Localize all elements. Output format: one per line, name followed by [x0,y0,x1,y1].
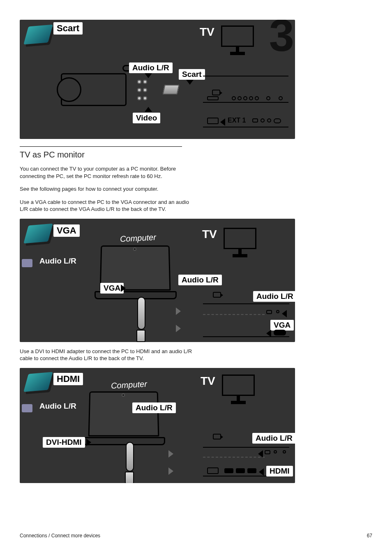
audio-plug-icon [22,259,32,267]
port [252,118,258,123]
port-circ [266,96,270,100]
label-dvi-hdmi: DVI-HDMI [43,437,85,448]
label-vga-cable: VGA [53,224,80,237]
diagram-pc-vga: VGA Audio L/R Computer TV Audio L/R VGA … [20,219,295,342]
label-audio-lr: Audio L/R [178,275,222,285]
tv-label: TV [201,375,215,388]
scart-port [207,118,219,124]
panel-line [203,102,288,103]
camera-icon [213,434,221,439]
arrow-right-icon [168,467,173,475]
port-circ [238,96,242,100]
port [274,118,281,123]
body-paragraph: See the following pages for how to conne… [20,185,192,193]
arrow-down-icon [145,73,152,78]
label-audio-lr-cable: Audio L/R [39,257,76,266]
page-chapter-number: 3 [269,20,293,61]
page-footer: Connections / Connect more devices 67 [20,533,372,539]
tv-icon [221,25,254,47]
section-heading: TV as PC monitor [20,150,372,160]
panel-line [203,447,289,448]
label-computer: Computer [111,379,147,391]
label-computer: Computer [120,232,156,244]
rca-ports [137,80,147,84]
panel-line [203,76,288,76]
arrow-right-icon [168,450,173,458]
arrow-right-icon [176,308,181,315]
arrow-right-icon [86,439,91,446]
port [266,310,272,314]
body-paragraph: You can connect the TV to your computer … [20,165,192,180]
label-scart: Scart [179,69,205,80]
page: 3 Scart TV Audio L/R Scart Video [0,0,392,555]
tv-icon [224,228,256,249]
tv-label: TV [202,228,217,241]
hdmi-cable-icon [23,372,53,392]
port-circ [249,96,253,100]
audio-jack-port [283,450,286,453]
port-circ [267,118,271,123]
vga-plug [136,330,145,342]
hdmi-plug [125,472,134,483]
body-paragraph: Use a VGA cable to connect the PC to the… [20,199,192,213]
arrow-left-icon [282,310,287,317]
hdmi-port [247,468,256,473]
rca-ports [137,96,147,100]
footer-breadcrumb: Connections / Connect more devices [20,533,100,539]
port-circ [255,96,259,100]
audio-jack-port [276,310,279,313]
panel-line [203,127,288,127]
arrow-up-icon [145,107,152,112]
label-scart-cable: Scart [53,22,83,35]
diagram-camcorder-scart: 3 Scart TV Audio L/R Scart Video [20,20,295,139]
tv-stand [233,254,247,257]
label-audio-lr: Audio L/R [132,402,176,413]
label-hdmi-tv: HDMI [266,466,293,476]
label-vga: VGA [100,283,124,294]
arrow-left-icon [220,118,225,126]
port [265,450,270,454]
panel-line [203,457,265,458]
label-audio-lr-tv: Audio L/R [253,291,295,302]
footer-page-number: 67 [367,533,372,539]
vga-port [274,330,286,335]
hdmi-port [224,468,233,473]
arrow-right-icon [121,284,126,292]
scart-plug-icon [162,85,179,95]
port-circ [243,96,247,100]
section-divider [20,146,182,147]
arrow-left-icon [266,330,271,337]
camera-icon [212,90,220,95]
arrow-right-icon [176,325,181,332]
panel-line [203,336,289,337]
panel-line [203,314,265,315]
port-rect [207,96,219,100]
body-paragraph: Use a DVI to HDMI adapter to connect the… [20,348,192,362]
label-audio-lr-tv: Audio L/R [252,433,295,444]
label-audio-lr-cable: Audio L/R [39,402,76,411]
port-circ [232,96,236,100]
hdmi-cable [126,442,134,472]
label-hdmi-cable: HDMI [53,373,83,385]
arrow-left-icon [259,468,264,476]
label-audio-lr: Audio L/R [129,62,173,73]
port-rect [207,467,219,474]
diagram-pc-hdmi: HDMI Audio L/R Computer TV Audio L/R DVI… [20,368,295,483]
hdmi-port [236,468,245,473]
arrow-down-icon [186,80,194,85]
tv-stand [230,52,245,55]
tv-label: TV [200,25,214,39]
vga-cable [137,297,145,330]
port-circ [261,118,265,123]
tv-stand [231,401,246,404]
tv-icon [222,375,255,396]
vga-cable-icon [23,223,53,243]
label-vga-tv: VGA [270,320,294,331]
port-circ [279,96,283,100]
camera-icon [213,292,221,298]
arrow-left-icon [258,450,263,458]
label-ext1: EXT 1 [228,117,246,124]
scart-cable-icon [23,25,53,45]
camcorder-icon [57,65,135,114]
panel-line [203,303,289,304]
